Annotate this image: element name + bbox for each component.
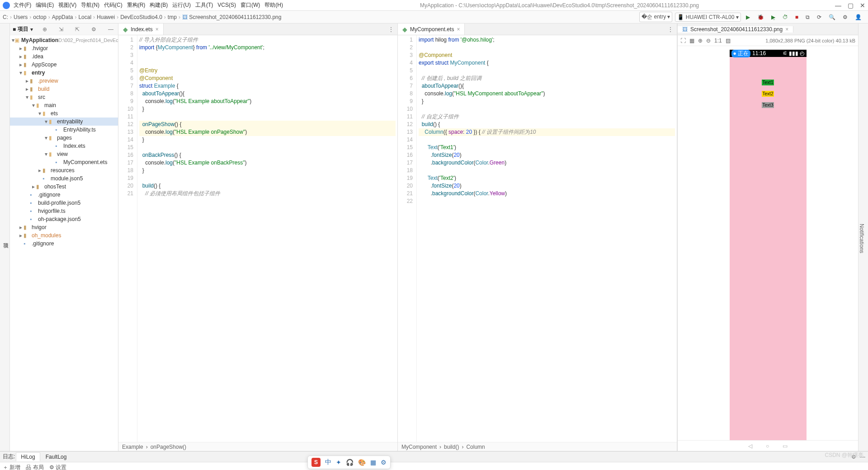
tree-node[interactable]: ▸▮build: [10, 85, 118, 93]
zoom-in-icon[interactable]: ⊕: [698, 38, 703, 44]
preview-canvas[interactable]: ● 正在 11:16 ⚟ ▮▮▮ ◴ Text1Text2Text3: [678, 46, 858, 440]
menu-item[interactable]: 帮助(H): [264, 2, 283, 8]
menu-item[interactable]: 工具(T): [195, 2, 213, 8]
tree-node[interactable]: ▪.gitignore: [10, 240, 118, 248]
breadcrumb-item[interactable]: AppData: [52, 14, 73, 20]
tab-mycomponent-ets[interactable]: ◆MyComponent.ets×: [398, 24, 465, 35]
float-china-icon[interactable]: 中: [325, 458, 331, 466]
tree-node[interactable]: ▪oh-package.json5: [10, 215, 118, 223]
project-tree[interactable]: ▾▣MyApplication D:\002_Project\014_DevEc…: [10, 35, 118, 451]
sync-button[interactable]: ⟳: [815, 13, 824, 22]
tree-node[interactable]: ▾▮pages: [10, 134, 118, 142]
code-editor-1[interactable]: 123456789101112131415161718192021 // 导入外…: [118, 35, 397, 442]
tree-node[interactable]: ▾▮entry: [10, 69, 118, 77]
run-button[interactable]: ▶: [744, 13, 752, 22]
collapse-all-icon[interactable]: ⇱: [75, 26, 80, 33]
s-badge-icon[interactable]: S: [311, 458, 321, 467]
close-icon[interactable]: ×: [785, 26, 788, 33]
float-palette-icon[interactable]: 🎨: [358, 459, 366, 466]
tree-node[interactable]: ▪MyComponent.ets: [10, 158, 118, 166]
tree-node[interactable]: ▪build-profile.json5: [10, 199, 118, 207]
user-button[interactable]: 👤: [853, 13, 864, 22]
grid-icon[interactable]: ▦: [689, 38, 694, 44]
breadcrumb-item[interactable]: C:: [3, 14, 8, 20]
tree-node[interactable]: ▸▮hvigor: [10, 223, 118, 231]
menu-item[interactable]: 导航(N): [81, 2, 99, 8]
tree-node[interactable]: ▸▮AppScope: [10, 61, 118, 69]
tab-hilog[interactable]: HiLog: [16, 452, 40, 461]
close-icon[interactable]: ×: [156, 26, 159, 33]
fit-icon[interactable]: ⛶: [680, 38, 686, 44]
right-sidebar[interactable]: Notifications预览器Device File Browser: [858, 24, 868, 451]
run-config-selector[interactable]: �순 entry ▾: [639, 12, 672, 22]
breadcrumb-item[interactable]: 🖼 Screenshot_20240604111612330.png: [182, 14, 282, 20]
tree-node[interactable]: ▾▮main: [10, 101, 118, 109]
tab-index-ets[interactable]: ◆Index.ets×: [118, 24, 164, 35]
minimize-button[interactable]: —: [835, 2, 841, 9]
code-editor-2[interactable]: 12345678910111213141516171819202122 impo…: [398, 35, 677, 442]
tree-node[interactable]: ▸▮resources: [10, 166, 118, 174]
add-filter-button[interactable]: ＋ 新增: [3, 464, 20, 470]
expand-all-icon[interactable]: ⇲: [59, 26, 63, 33]
float-spark-icon[interactable]: ✦: [336, 459, 341, 466]
debug-button[interactable]: 🐞: [755, 13, 766, 22]
menu-item[interactable]: 重构(R): [127, 2, 146, 8]
tree-node[interactable]: ▪Index.ets: [10, 142, 118, 150]
layout-button[interactable]: 品 布局: [26, 464, 43, 470]
close-button[interactable]: ✕: [860, 2, 865, 9]
menu-item[interactable]: 文件(F): [14, 2, 31, 8]
tree-node[interactable]: ▾▮view: [10, 150, 118, 158]
left-sidebar[interactable]: 项目: [0, 24, 10, 451]
close-icon[interactable]: ×: [457, 26, 460, 33]
floating-toolbar[interactable]: S 中 ✦ 🎧 🎨 ▦ ⚙: [307, 456, 391, 469]
chess-bg-icon[interactable]: ▨: [726, 38, 731, 44]
build-button[interactable]: ⧉: [803, 13, 812, 22]
float-headphones-icon[interactable]: 🎧: [346, 459, 354, 466]
menu-item[interactable]: 编辑(E): [36, 2, 54, 8]
tree-node[interactable]: ▪EntryAbility.ts: [10, 126, 118, 134]
settings-button[interactable]: ⚙: [840, 13, 850, 22]
tree-node[interactable]: ▸▮.hvigor: [10, 44, 118, 52]
breadcrumb-item[interactable]: Local: [78, 14, 91, 20]
stop-button[interactable]: ■: [793, 13, 801, 22]
maximize-button[interactable]: ▢: [848, 2, 854, 9]
tab-overflow-icon[interactable]: ⋮: [664, 24, 677, 35]
tab-screenshot[interactable]: 🖼Screenshot_20240604111612330.png×: [678, 26, 793, 33]
tree-root[interactable]: ▾▣MyApplication D:\002_Project\014_DevEc…: [10, 36, 118, 44]
nav-home-icon[interactable]: ○: [766, 443, 769, 449]
tab-overflow-icon[interactable]: ⋮: [385, 24, 397, 35]
tree-node[interactable]: ▪hvigorfile.ts: [10, 207, 118, 215]
settings-icon[interactable]: ⚙: [91, 26, 96, 33]
tree-node[interactable]: ▪module.json5: [10, 174, 118, 183]
float-settings-icon[interactable]: ⚙: [381, 459, 387, 466]
menu-item[interactable]: 代码(C): [104, 2, 123, 8]
device-selector[interactable]: 📱 HUAWEI CTR-AL00 ▾: [675, 13, 741, 22]
tree-node[interactable]: ▸▮oh_modules: [10, 231, 118, 240]
tree-node[interactable]: ▾▮entryability: [10, 118, 118, 126]
breadcrumb-item[interactable]: octop: [33, 14, 46, 20]
source[interactable]: import hilog from '@ohos.hilog'; @Compon…: [417, 35, 677, 442]
profile-button[interactable]: ⏱: [780, 13, 790, 22]
source[interactable]: // 导入外部自定义子组件import {MyComponent} from '…: [137, 35, 397, 442]
log-settings-button[interactable]: ⚙ 设置: [49, 464, 66, 470]
menu-item[interactable]: 窗口(W): [241, 2, 260, 8]
select-opened-file-icon[interactable]: ⊕: [42, 26, 47, 33]
menu-item[interactable]: VCS(S): [217, 2, 236, 8]
editor-breadcrumb[interactable]: MyComponent › build() › Column: [398, 442, 677, 451]
tree-node[interactable]: ▪.gitignore: [10, 191, 118, 199]
menu-item[interactable]: 视图(V): [58, 2, 76, 8]
nav-back-icon[interactable]: ◁: [748, 443, 752, 449]
editor-breadcrumb[interactable]: Example › onPageShow(): [118, 442, 397, 451]
tree-node[interactable]: ▸▮.preview: [10, 77, 118, 85]
menu-item[interactable]: 构建(B): [150, 2, 168, 8]
tab-faultlog[interactable]: FaultLog: [41, 453, 71, 461]
tree-node[interactable]: ▸▮.idea: [10, 52, 118, 61]
tree-node[interactable]: ▸▮ohosTest: [10, 183, 118, 191]
zoom-out-icon[interactable]: ⊖: [706, 38, 711, 44]
breadcrumb-item[interactable]: DevEcoStudio4.0: [120, 14, 162, 20]
menu-item[interactable]: 运行(U): [172, 2, 191, 8]
breadcrumb-item[interactable]: tmp: [168, 14, 177, 20]
search-button[interactable]: 🔍: [826, 13, 838, 22]
hide-icon[interactable]: —: [108, 26, 113, 33]
tree-node[interactable]: ▾▮ets: [10, 109, 118, 118]
